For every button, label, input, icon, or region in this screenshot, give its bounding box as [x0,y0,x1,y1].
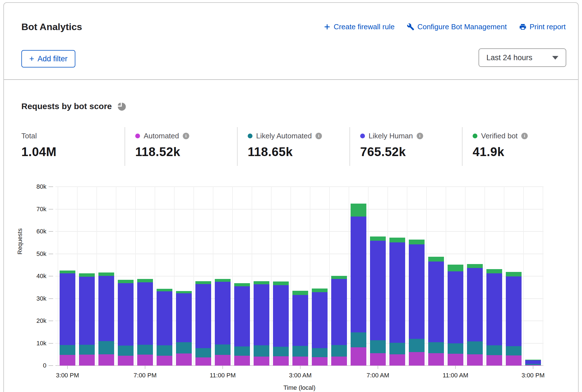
bar-2-00-pm-23[interactable] [506,272,522,366]
gridline-vertical [213,187,213,366]
bar-7-00-am-16[interactable] [370,236,386,366]
bar-6-00-pm-3[interactable] [118,280,134,366]
x-tick-label: 7:00 AM [350,372,406,379]
y-tick-label: 60k [4,228,46,235]
add-filter-label: Add filter [38,55,68,63]
info-icon[interactable]: i [521,133,528,139]
bar-8-00-am-17[interactable] [389,238,405,366]
x-tick-label: 3:00 PM [39,372,96,379]
section-heading: Requests by bot score [21,101,127,111]
bar-segment-automated [98,354,114,366]
add-filter-button[interactable]: + Add filter [21,50,75,67]
stat-automated: Automatedi118.52k [125,127,237,166]
y-axis-tick [49,365,53,366]
bar-1-00-am-10[interactable] [254,281,269,366]
bar-segment-likely-automated [118,346,134,356]
legend-dot-verified-bot [473,134,477,138]
bar-segment-verified-bot [234,283,250,286]
bar-6-00-am-15[interactable] [351,204,366,366]
bar-segment-likely-automated [157,345,172,356]
info-icon[interactable]: i [417,133,423,139]
section-title: Requests by bot score [21,102,112,111]
header-actions: Create firewall ruleConfigure Bot Manage… [323,22,566,31]
stat-label: Likely Automated [256,132,312,140]
bar-segment-likely-human [157,291,172,345]
bar-segment-likely-human [448,271,463,344]
y-tick-label: 70k [4,206,46,213]
y-tick-label: 10k [4,340,46,347]
bar-segment-likely-automated [448,343,463,354]
bar-segment-automated [137,355,153,366]
bar-10-00-am-19[interactable] [428,257,444,366]
bar-segment-likely-human [60,273,75,345]
bar-11-00-am-20[interactable] [448,265,463,366]
bar-segment-verified-bot [506,272,522,276]
bar-segment-likely-human [176,293,192,342]
x-tick-label: 11:00 AM [427,372,484,379]
bar-3-00-pm-24[interactable] [525,360,541,366]
bar-segment-likely-human [79,277,95,345]
bar-segment-likely-automated [273,347,289,356]
y-tick-label: 20k [4,317,46,325]
bar-11-00-pm-8[interactable] [215,279,231,366]
bar-1-00-pm-22[interactable] [486,269,502,366]
bar-segment-likely-human [234,286,250,346]
bar-segment-likely-human [273,285,289,347]
bar-3-00-pm-0[interactable] [60,271,75,366]
bar-9-00-am-18[interactable] [409,240,425,366]
bar-5-00-pm-2[interactable] [98,272,114,366]
bar-segment-likely-human [254,284,269,345]
bar-segment-likely-human [467,268,483,341]
plus-icon [323,23,331,31]
header-link-configure-bot-management[interactable]: Configure Bot Management [407,22,507,31]
header-link-create-firewall-rule[interactable]: Create firewall rule [323,22,395,31]
bar-10-00-pm-7[interactable] [195,281,211,366]
info-icon[interactable]: i [183,133,189,139]
legend-dot-likely-automated [248,134,252,138]
bar-8-00-pm-5[interactable] [157,289,172,366]
bar-12-00-pm-21[interactable] [467,264,483,366]
bar-segment-automated [215,355,231,366]
bar-2-00-am-11[interactable] [273,281,289,366]
plus-icon: + [29,55,34,63]
bar-9-00-pm-6[interactable] [176,291,192,366]
bar-segment-likely-human [98,276,114,341]
y-tick-label: 50k [4,250,46,258]
gridline-vertical [504,187,504,366]
bar-segment-verified-bot [79,273,95,276]
bar-segment-likely-automated [176,342,192,354]
y-axis-tick [49,186,53,187]
page-title: Bot Analytics [21,21,82,32]
bar-4-00-am-13[interactable] [312,289,328,366]
info-icon[interactable]: i [315,133,322,139]
gridline-vertical [349,187,349,366]
stats-row: Total 1.04M Automatedi118.52kLikely Auto… [21,127,571,166]
gridline-vertical [543,187,543,366]
header-link-print-report[interactable]: Print report [519,22,566,31]
y-axis-tick [49,254,53,254]
x-tick-label: 3:00 AM [272,372,328,379]
stat-total: Total 1.04M [21,127,125,166]
bar-segment-likely-automated [292,346,308,357]
bar-segment-verified-bot [254,281,269,284]
bar-segment-likely-human [292,295,308,346]
time-range-value: Last 24 hours [486,53,533,62]
y-axis-tick [49,298,53,299]
stat-label: Verified bot [481,132,518,140]
gridline-vertical [232,187,233,366]
gridline-vertical [135,187,136,366]
bar-segment-verified-bot [273,281,289,285]
bar-5-00-am-14[interactable] [331,276,347,366]
bar-segment-automated [331,357,347,366]
bar-7-00-pm-4[interactable] [137,279,153,366]
time-range-select[interactable]: Last 24 hours [479,48,566,67]
bar-4-00-pm-1[interactable] [79,273,95,366]
bar-3-00-am-12[interactable] [292,291,308,366]
bar-segment-likely-human [486,273,502,345]
bar-segment-likely-automated [389,343,405,354]
y-axis-tick [49,321,53,321]
gridline-vertical [407,187,407,366]
bar-12-00-am-9[interactable] [234,283,250,366]
gridline-vertical [252,187,252,366]
bar-segment-likely-human [118,283,134,346]
